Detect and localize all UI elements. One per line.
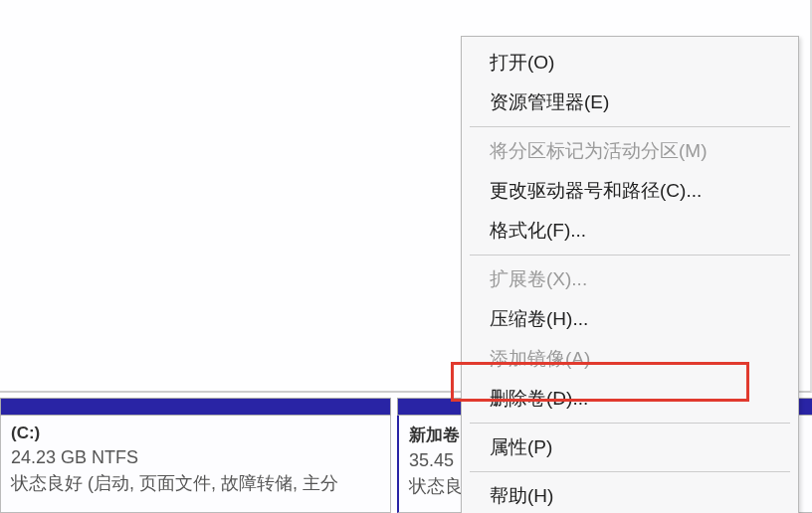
- drive-c-label: (C:): [11, 424, 380, 443]
- menu-separator: [470, 471, 790, 472]
- menu-help[interactable]: 帮助(H): [464, 476, 796, 513]
- menu-separator: [470, 423, 790, 424]
- menu-separator: [470, 255, 790, 256]
- menu-mark-active: 将分区标记为活动分区(M): [464, 131, 796, 171]
- menu-properties[interactable]: 属性(P): [464, 428, 796, 467]
- partition-c-header: [0, 398, 391, 416]
- menu-format[interactable]: 格式化(F)...: [464, 211, 796, 251]
- partition-c-body: (C:) 24.23 GB NTFS 状态良好 (启动, 页面文件, 故障转储,…: [0, 416, 391, 513]
- menu-separator: [470, 126, 790, 127]
- partition-c[interactable]: (C:) 24.23 GB NTFS 状态良好 (启动, 页面文件, 故障转储,…: [0, 398, 391, 513]
- drive-c-size: 24.23 GB NTFS: [11, 447, 380, 468]
- menu-change-drive[interactable]: 更改驱动器号和路径(C)...: [464, 171, 796, 211]
- menu-delete-volume[interactable]: 删除卷(D)...: [464, 379, 796, 419]
- menu-shrink[interactable]: 压缩卷(H)...: [464, 299, 796, 339]
- menu-open[interactable]: 打开(O): [464, 43, 796, 83]
- context-menu: 打开(O) 资源管理器(E) 将分区标记为活动分区(M) 更改驱动器号和路径(C…: [461, 36, 799, 513]
- menu-extend: 扩展卷(X)...: [464, 259, 796, 299]
- menu-mirror: 添加镜像(A)...: [464, 339, 796, 379]
- menu-explorer[interactable]: 资源管理器(E): [464, 83, 796, 122]
- drive-c-status: 状态良好 (启动, 页面文件, 故障转储, 主分: [11, 471, 380, 495]
